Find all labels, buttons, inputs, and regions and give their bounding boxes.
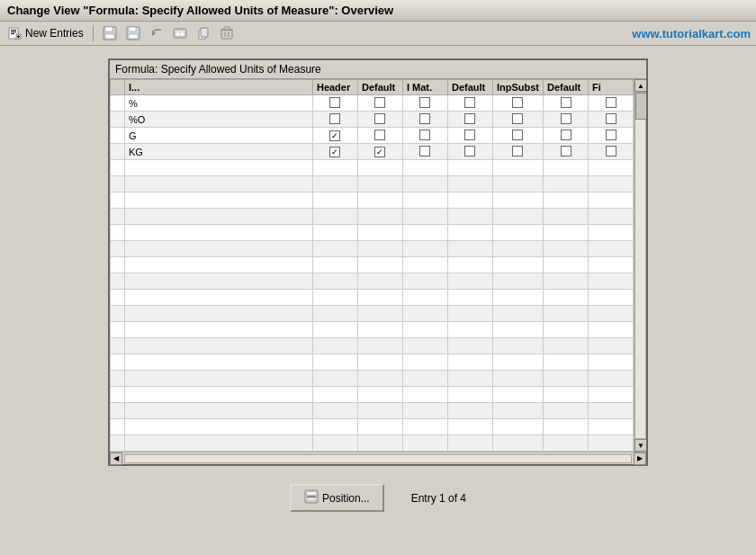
- col-default2: Default: [447, 80, 492, 95]
- separator-1: [93, 25, 94, 41]
- svg-rect-2: [11, 31, 16, 32]
- inpsubst-cell[interactable]: [492, 128, 543, 144]
- default2-cell[interactable]: [447, 112, 492, 128]
- default1-checkbox[interactable]: [374, 113, 385, 124]
- row-selector-cell[interactable]: [111, 144, 125, 160]
- save-local-button[interactable]: [123, 24, 143, 42]
- delete-button[interactable]: [217, 24, 237, 42]
- horizontal-scrollbar[interactable]: ◀ ▶: [110, 452, 646, 464]
- scroll-left-arrow[interactable]: ◀: [110, 452, 122, 465]
- inpsubst-checkbox[interactable]: [512, 113, 523, 124]
- copy-button[interactable]: [194, 24, 213, 42]
- save-icon: [103, 26, 117, 40]
- default3-cell[interactable]: [544, 95, 589, 112]
- empty-row: [111, 160, 634, 176]
- default2-cell[interactable]: [447, 144, 492, 160]
- fi-cell[interactable]: [589, 95, 634, 112]
- undo-button[interactable]: [147, 24, 166, 42]
- position-button[interactable]: Position...: [290, 484, 384, 512]
- imat-checkbox[interactable]: [419, 130, 430, 140]
- inpsubst-checkbox[interactable]: [512, 146, 523, 157]
- inpsubst-checkbox[interactable]: [512, 130, 523, 140]
- col-item: I...: [125, 80, 313, 95]
- empty-row: [111, 290, 634, 306]
- imat-checkbox[interactable]: [419, 146, 430, 157]
- col-imat: I Mat.: [402, 80, 447, 95]
- default3-checkbox[interactable]: [561, 146, 572, 157]
- fi-checkbox[interactable]: [606, 130, 616, 140]
- scroll-up-arrow[interactable]: ▲: [634, 79, 646, 92]
- data-table: I... Header Default I Mat. Default InpSu…: [110, 79, 634, 452]
- table-row: %: [111, 95, 634, 112]
- header-cell[interactable]: [312, 144, 357, 160]
- row-selector-cell[interactable]: [111, 112, 125, 128]
- default1-checkbox[interactable]: [374, 97, 385, 108]
- inpsubst-cell[interactable]: [492, 112, 543, 128]
- empty-row: [111, 354, 634, 371]
- col-default1: Default: [357, 80, 402, 95]
- default2-checkbox[interactable]: [464, 113, 475, 124]
- imat-checkbox[interactable]: [419, 113, 430, 124]
- default3-checkbox[interactable]: [561, 113, 572, 124]
- fi-cell[interactable]: [589, 144, 634, 160]
- save-button[interactable]: [100, 24, 120, 42]
- item-cell: G: [125, 128, 313, 144]
- col-selector: [111, 80, 125, 95]
- default1-cell[interactable]: [357, 144, 402, 160]
- default2-checkbox[interactable]: [464, 146, 475, 157]
- transport-button[interactable]: [170, 24, 190, 42]
- header-cell[interactable]: [312, 112, 357, 128]
- fi-cell[interactable]: [589, 112, 634, 128]
- fi-cell[interactable]: [589, 128, 634, 144]
- new-entries-button[interactable]: New Entries: [5, 24, 86, 42]
- default3-checkbox[interactable]: [561, 130, 572, 140]
- vertical-scrollbar[interactable]: ▲ ▼: [634, 79, 646, 452]
- default2-cell[interactable]: [447, 95, 492, 112]
- inpsubst-cell[interactable]: [492, 144, 543, 160]
- position-icon: [304, 489, 319, 506]
- col-header: Header: [312, 80, 357, 95]
- save-local-icon: [126, 26, 140, 40]
- svg-rect-3: [11, 33, 14, 34]
- row-selector-cell[interactable]: [111, 95, 125, 112]
- default2-cell[interactable]: [447, 128, 492, 144]
- empty-row: [111, 257, 634, 273]
- header-checkbox[interactable]: [329, 113, 340, 124]
- default3-cell[interactable]: [544, 144, 589, 160]
- default1-cell[interactable]: [357, 95, 402, 112]
- table-title: Formula: Specify Allowed Units of Measur…: [110, 60, 646, 79]
- inpsubst-checkbox[interactable]: [512, 97, 523, 108]
- header-checkbox[interactable]: [329, 97, 340, 108]
- default1-checkbox[interactable]: [374, 130, 385, 140]
- inpsubst-cell[interactable]: [492, 95, 543, 112]
- default3-checkbox[interactable]: [561, 97, 572, 108]
- header-checkbox[interactable]: [329, 147, 340, 157]
- default3-cell[interactable]: [544, 112, 589, 128]
- fi-checkbox[interactable]: [606, 97, 616, 108]
- empty-row: [111, 403, 634, 419]
- footer-area: Position... Entry 1 of 4: [290, 484, 466, 512]
- default2-checkbox[interactable]: [464, 130, 475, 140]
- imat-cell[interactable]: [402, 128, 447, 144]
- header-cell[interactable]: [312, 95, 357, 112]
- table-scroll-area: I... Header Default I Mat. Default InpSu…: [110, 79, 634, 452]
- default3-cell[interactable]: [544, 128, 589, 144]
- scroll-right-arrow[interactable]: ▶: [634, 452, 646, 465]
- fi-checkbox[interactable]: [606, 146, 616, 157]
- default1-cell[interactable]: [357, 112, 402, 128]
- default1-cell[interactable]: [357, 128, 402, 144]
- imat-checkbox[interactable]: [419, 97, 430, 108]
- col-default3: Default: [544, 80, 589, 95]
- default2-checkbox[interactable]: [464, 97, 475, 108]
- header-cell[interactable]: [312, 128, 357, 144]
- scroll-down-arrow[interactable]: ▼: [634, 439, 646, 452]
- default1-checkbox[interactable]: [374, 147, 385, 157]
- header-checkbox[interactable]: [329, 130, 340, 141]
- imat-cell[interactable]: [402, 112, 447, 128]
- fi-checkbox[interactable]: [606, 113, 616, 124]
- imat-cell[interactable]: [402, 144, 447, 160]
- row-selector-cell[interactable]: [111, 128, 125, 144]
- svg-rect-1: [11, 30, 16, 31]
- scroll-thumb-vertical[interactable]: [635, 93, 646, 120]
- imat-cell[interactable]: [402, 95, 447, 112]
